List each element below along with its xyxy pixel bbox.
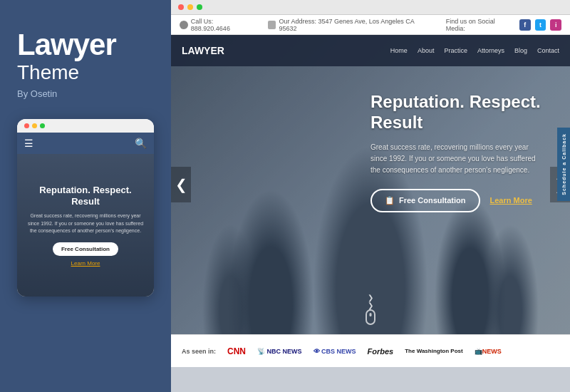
mobile-hero-text: Great success rate, recovering millions … [26,212,145,235]
mobile-mockup: ☰ 🔍 Reputation. Respect. Result Great su… [17,119,154,296]
mobile-learn-more-link[interactable]: Learn More [26,260,145,267]
site-hero: LAWYER Home About Practice Attorneys Blo… [171,35,570,334]
mobile-dot-red [24,123,29,128]
book-icon: 📋 [385,196,395,205]
cnn-logo: CNN [227,346,246,356]
schedule-sidebar[interactable]: Schedule a Callback [557,128,570,201]
nav-about[interactable]: About [418,47,435,54]
title-text: Lawyer [17,29,116,61]
address-icon [268,21,276,29]
mobile-nav: ☰ 🔍 [17,133,154,154]
address-label: Our Address: 3547 Genes Ave, Los Angeles… [279,18,431,32]
topbar-social: Find us on Social Media: f t i [446,18,561,32]
scroll-indicator: ❯ ❯ [366,294,375,327]
mobile-consultation-button[interactable]: Free Consultation [53,242,118,256]
mobile-dot-green [40,123,45,128]
nav-practice[interactable]: Practice [444,47,467,54]
mobile-top-bar [17,119,154,133]
theme-title: Lawyer Theme By Osetin [17,29,116,119]
nav-contact[interactable]: Contact [537,47,559,54]
schedule-label: Schedule a Callback [561,133,566,195]
scroll-mouse-icon [366,309,375,325]
nav-blog[interactable]: Blog [514,47,527,54]
site-topbar: Call Us: 888.920.4646 Our Address: 3547 … [171,15,570,35]
phone-label: Call Us: 888.920.4646 [191,18,254,32]
hero-subtext: Great success rate, recovering millions … [370,142,542,176]
topbar-address: Our Address: 3547 Genes Ave, Los Angeles… [268,18,432,32]
consultation-button[interactable]: 📋 Free Consultation [370,189,480,212]
browser-dot-red [178,4,184,10]
hero-prev-button[interactable]: ❮ [171,167,191,202]
consultation-label: Free Consultation [399,196,466,205]
nav-attorneys[interactable]: Attorneys [477,47,504,54]
hero-text-area: Reputation. Respect. Result Great succes… [370,92,545,212]
browser-chrome [171,0,570,15]
forbes-logo: Forbes [368,347,394,356]
hero-buttons: 📋 Free Consultation Learn More [370,189,545,212]
subtitle-text: Theme [17,61,116,84]
phone-icon [180,21,188,29]
mobile-hero: Reputation. Respect. Result Great succes… [17,154,154,296]
topbar-phone: Call Us: 888.920.4646 [180,18,254,32]
browser-dot-yellow [187,4,193,10]
left-panel: Lawyer Theme By Osetin ☰ 🔍 Reputation. R… [0,0,171,392]
twitter-icon[interactable]: t [535,19,546,31]
hamburger-icon[interactable]: ☰ [24,138,33,149]
search-icon[interactable]: 🔍 [135,138,147,149]
social-label: Find us on Social Media: [446,18,515,32]
browser-dot-green [197,4,202,10]
site-nav: LAWYER Home About Practice Attorneys Blo… [171,35,570,66]
instagram-icon[interactable]: i [550,19,561,31]
washington-post-logo: The Washington Post [405,348,462,354]
cbs-logo: 👁 CBS NEWS [314,348,356,355]
nav-logo: LAWYER [182,45,390,56]
mobile-hero-overlay: Reputation. Respect. Result Great succes… [17,154,154,296]
chevron-down-icon: ❯ ❯ [366,294,375,309]
facebook-icon[interactable]: f [519,19,531,31]
nav-home[interactable]: Home [390,47,408,54]
nav-links: Home About Practice Attorneys Blog Conta… [390,47,559,54]
hero-headline: Reputation. Respect. Result [370,92,545,133]
news6-logo: 📺NEWS [475,348,502,355]
website-content: Call Us: 888.920.4646 Our Address: 3547 … [171,15,570,391]
mobile-dot-yellow [32,123,37,128]
nbc-logo: 📡 NBC NEWS [257,348,302,355]
learn-more-button[interactable]: Learn More [490,196,532,205]
logos-bar: As seen in: CNN 📡 NBC NEWS 👁 CBS NEWS Fo… [171,334,570,367]
as-seen-in-label: As seen in: [182,348,216,355]
mobile-hero-title: Reputation. Respect. Result [26,185,145,209]
by-text: By Osetin [17,88,116,99]
right-panel: Call Us: 888.920.4646 Our Address: 3547 … [171,0,570,392]
